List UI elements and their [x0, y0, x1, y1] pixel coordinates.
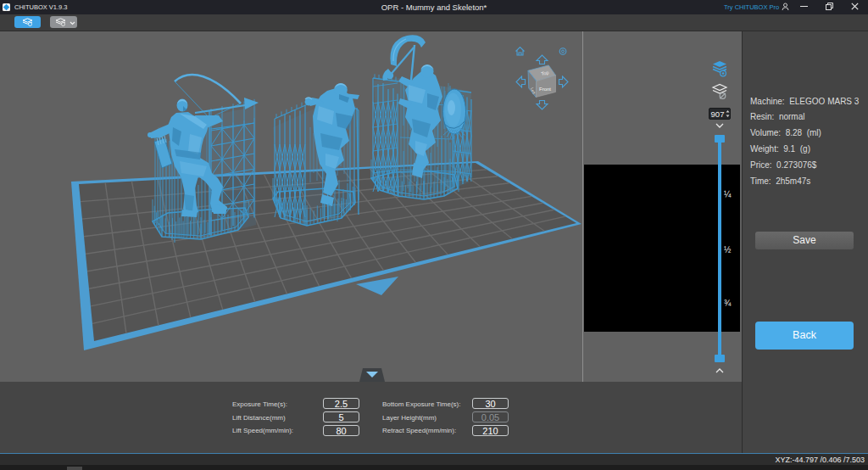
svg-text:Front: Front [539, 87, 551, 92]
